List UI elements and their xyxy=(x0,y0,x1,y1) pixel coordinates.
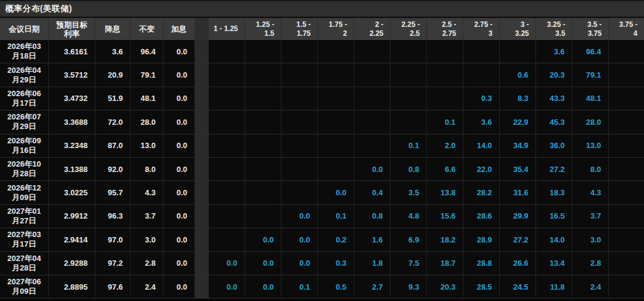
cell-cut-prob: 97.6 xyxy=(95,275,131,299)
cell-range-prob-1 xyxy=(245,181,281,204)
cell-range-prob-3 xyxy=(318,87,354,110)
cell-hold-prob: 8.0 xyxy=(131,158,163,181)
cell-range-prob-5: 0.8 xyxy=(391,158,427,181)
cell-hold-prob: 79.1 xyxy=(131,63,163,87)
col-header-range-11: 3.75 -4 xyxy=(609,18,644,40)
cell-range-prob-9: 36.0 xyxy=(536,134,572,158)
cell-range-prob-11 xyxy=(609,110,644,134)
cell-range-prob-8: 24.5 xyxy=(500,275,536,299)
cell-range-prob-10: 8.0 xyxy=(572,158,609,181)
col-header-rate-hike: 加息 xyxy=(163,18,195,40)
cell-range-prob-3: 0.3 xyxy=(318,252,354,275)
cell-separator xyxy=(195,63,209,87)
cell-target-rate: 2.9912 xyxy=(49,205,95,228)
cell-range-prob-6: 15.6 xyxy=(427,205,463,228)
cell-range-prob-10: 13.0 xyxy=(572,134,609,158)
cell-range-prob-8: 0.6 xyxy=(500,63,536,87)
cell-range-prob-4: 2.7 xyxy=(354,275,391,299)
cell-range-prob-4 xyxy=(354,110,391,134)
cell-cut-prob: 97.2 xyxy=(95,252,131,275)
cell-cut-prob: 72.0 xyxy=(95,110,131,134)
cell-range-prob-0 xyxy=(209,228,245,251)
cell-range-prob-1 xyxy=(245,110,281,134)
table-row[interactable]: 2026年12月09日3.022595.74.30.00.00.43.513.8… xyxy=(0,181,644,204)
cell-range-prob-10: 2.4 xyxy=(572,275,609,299)
cell-cut-prob: 3.6 xyxy=(95,40,131,63)
cell-meeting-date: 2027年06月09日 xyxy=(0,275,49,299)
col-header-range-6: 2.5 -2.75 xyxy=(427,18,463,40)
cell-range-prob-3 xyxy=(318,40,354,63)
cell-range-prob-4 xyxy=(354,40,391,63)
cell-range-prob-9: 45.3 xyxy=(536,110,572,134)
cell-range-prob-0: 0.0 xyxy=(209,275,245,299)
cell-hike-prob: 0.0 xyxy=(163,87,195,110)
cell-range-prob-7: 28.8 xyxy=(463,252,500,275)
cell-range-prob-3: 0.1 xyxy=(318,205,354,228)
col-header-range-0: 1 - 1.25 xyxy=(209,18,245,40)
cell-hold-prob: 2.8 xyxy=(131,252,163,275)
table-row[interactable]: 2026年03月18日3.61613.696.40.03.696.4 xyxy=(0,40,644,63)
table-row[interactable]: 2027年03月17日2.941497.03.00.00.00.00.21.66… xyxy=(0,228,644,251)
cell-range-prob-8: 35.4 xyxy=(500,158,536,181)
cell-range-prob-8: 34.9 xyxy=(500,134,536,158)
cell-range-prob-7: 28.5 xyxy=(463,275,500,299)
cell-range-prob-7 xyxy=(463,63,500,87)
table-row[interactable]: 2026年06月17日3.473251.948.10.00.38.343.348… xyxy=(0,87,644,110)
cell-range-prob-6 xyxy=(427,40,463,63)
cell-range-prob-5 xyxy=(391,40,427,63)
cell-range-prob-3 xyxy=(318,158,354,181)
col-header-expected-target-rate: 预期目标利率 xyxy=(49,18,95,40)
cell-range-prob-3: 0.5 xyxy=(318,275,354,299)
cell-range-prob-4 xyxy=(354,63,391,87)
table-row[interactable]: 2026年07月29日3.368872.028.00.00.13.622.945… xyxy=(0,110,644,134)
cell-range-prob-1 xyxy=(245,205,281,228)
cell-range-prob-5: 7.5 xyxy=(391,252,427,275)
cell-hold-prob: 48.1 xyxy=(131,87,163,110)
cell-range-prob-10: 28.0 xyxy=(572,110,609,134)
cell-range-prob-11 xyxy=(609,63,644,87)
probability-table-body: 2026年03月18日3.61613.696.40.03.696.42026年0… xyxy=(0,40,644,299)
table-row[interactable]: 2027年01月27日2.991296.33.70.00.00.10.84.81… xyxy=(0,205,644,228)
cell-separator xyxy=(195,87,209,110)
cell-range-prob-7: 22.0 xyxy=(463,158,500,181)
cell-range-prob-1: 0.0 xyxy=(245,252,281,275)
cell-range-prob-2 xyxy=(281,158,318,181)
cell-range-prob-8 xyxy=(500,40,536,63)
cell-separator xyxy=(195,228,209,251)
cell-cut-prob: 51.9 xyxy=(95,87,131,110)
cell-range-prob-7: 28.6 xyxy=(463,205,500,228)
table-row[interactable]: 2026年10月28日3.138892.08.00.00.00.86.622.0… xyxy=(0,158,644,181)
table-row[interactable]: 2027年06月09日2.889597.62.40.00.00.00.10.52… xyxy=(0,275,644,299)
cell-range-prob-8: 31.6 xyxy=(500,181,536,204)
cell-hold-prob: 13.0 xyxy=(131,134,163,158)
cell-cut-prob: 95.7 xyxy=(95,181,131,204)
cell-separator xyxy=(195,205,209,228)
cell-cut-prob: 20.9 xyxy=(95,63,131,87)
cell-range-prob-11 xyxy=(609,228,644,251)
cell-range-prob-7: 28.9 xyxy=(463,228,500,251)
cell-range-prob-10: 2.8 xyxy=(572,252,609,275)
cell-hold-prob: 4.3 xyxy=(131,181,163,204)
cell-hold-prob: 96.4 xyxy=(131,40,163,63)
cell-meeting-date: 2026年04月29日 xyxy=(0,63,49,87)
table-row[interactable]: 2026年04月29日3.571220.979.10.00.620.379.1 xyxy=(0,63,644,87)
cell-hike-prob: 0.0 xyxy=(163,134,195,158)
cell-range-prob-0 xyxy=(209,110,245,134)
cell-target-rate: 3.0225 xyxy=(49,181,95,204)
cell-range-prob-9: 27.2 xyxy=(536,158,572,181)
col-header-meeting-date: 会议日期 xyxy=(0,18,49,40)
cell-separator xyxy=(195,275,209,299)
cell-range-prob-8: 27.2 xyxy=(500,228,536,251)
cell-range-prob-5: 0.1 xyxy=(391,134,427,158)
table-row[interactable]: 2027年04月28日2.928897.22.80.00.00.00.00.31… xyxy=(0,252,644,275)
cell-target-rate: 3.4732 xyxy=(49,87,95,110)
cell-range-prob-9: 14.0 xyxy=(536,228,572,251)
cell-range-prob-1 xyxy=(245,63,281,87)
table-row[interactable]: 2026年09月16日3.234887.013.00.00.12.014.034… xyxy=(0,134,644,158)
col-header-rate-cut: 降息 xyxy=(95,18,131,40)
cell-target-rate: 2.9288 xyxy=(49,252,95,275)
panel-title: 概率分布(美联储) xyxy=(5,4,72,14)
cell-range-prob-4: 1.8 xyxy=(354,252,391,275)
cell-range-prob-11 xyxy=(609,158,644,181)
cell-range-prob-2 xyxy=(281,181,318,204)
